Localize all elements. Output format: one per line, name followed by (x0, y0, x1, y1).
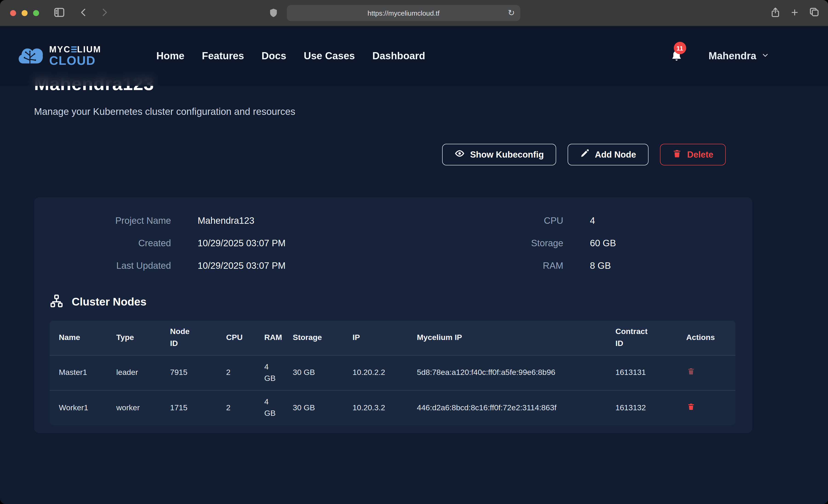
eye-icon (455, 149, 465, 161)
cell-ip: 10.20.2.2 (343, 355, 408, 390)
page-subtitle: Manage your Kubernetes cluster configura… (34, 106, 828, 117)
cell-name: Master1 (50, 355, 107, 390)
col-header-mycelium-ip: Mycelium IP (408, 321, 606, 355)
minimize-window-button[interactable] (22, 10, 28, 16)
reload-icon[interactable]: ↻ (508, 7, 515, 19)
show-kubeconfig-label: Show Kubeconfig (470, 150, 544, 160)
col-header-actions: Actions (677, 321, 735, 355)
cell-node-id: 1715 (161, 390, 217, 425)
delete-label: Delete (687, 150, 713, 160)
cluster-nodes-table: Name Type Node ID CPU RAM Storage IP Myc… (50, 321, 735, 425)
window-controls (10, 10, 39, 16)
delete-node-button[interactable] (686, 366, 696, 378)
site-navbar: MYCLIUM CLOUD Home Features Docs Use Cas… (0, 26, 828, 86)
cell-cpu: 2 (217, 390, 255, 425)
col-header-name: Name (50, 321, 107, 355)
nav-link-docs[interactable]: Docs (261, 50, 286, 62)
cell-type: leader (107, 355, 161, 390)
bell-icon (670, 56, 683, 64)
page-content: Mahendra123 Manage your Kubernetes clust… (0, 26, 828, 504)
cell-mycelium-ip: 446:d2a6:8bcd:8c16:ff0f:72e2:3114:863f (408, 390, 606, 425)
trash-icon (687, 370, 695, 377)
sidebar-toggle-icon[interactable] (53, 6, 65, 18)
user-name: Mahendra (708, 50, 756, 62)
web-page: Mahendra123 Manage your Kubernetes clust… (0, 26, 828, 504)
trash-icon (672, 149, 681, 160)
forward-icon[interactable] (99, 6, 110, 18)
back-icon[interactable] (78, 6, 89, 18)
cell-ip: 10.20.3.2 (343, 390, 408, 425)
col-header-node-id: Node ID (161, 321, 217, 355)
privacy-shield-icon[interactable] (268, 7, 279, 19)
browser-toolbar: https://myceliumcloud.tf ↻ + (0, 0, 828, 26)
trash-icon (687, 405, 695, 412)
nav-link-home[interactable]: Home (156, 50, 184, 62)
pencil-icon (580, 149, 589, 160)
cell-storage: 30 GB (284, 355, 343, 390)
cell-ram: 4 GB (255, 390, 284, 425)
cluster-info-left: Project Name Mahendra123 Created 10/29/2… (34, 215, 393, 271)
col-header-storage: Storage (284, 321, 343, 355)
address-bar[interactable]: https://myceliumcloud.tf ↻ (287, 5, 520, 21)
stylized-e-glyph (71, 46, 77, 53)
cluster-info-right: CPU 4 Storage 60 GB RAM 8 GB (393, 215, 752, 271)
cell-name: Worker1 (50, 390, 107, 425)
notification-count-badge: 11 (673, 42, 686, 54)
nav-link-use-cases[interactable]: Use Cases (304, 50, 355, 62)
cell-contract-id: 1613131 (606, 355, 677, 390)
tab-overview-icon[interactable] (808, 6, 820, 19)
delete-node-button[interactable] (686, 401, 696, 413)
table-row: Worker1 worker 1715 2 4 GB 30 GB 10.20.3… (50, 390, 735, 425)
cell-ram: 4 GB (255, 355, 284, 390)
cell-cpu: 2 (217, 355, 255, 390)
address-bar-url: https://myceliumcloud.tf (368, 9, 440, 17)
browser-window: https://myceliumcloud.tf ↻ + (0, 0, 828, 504)
cluster-info-card: Project Name Mahendra123 Created 10/29/2… (34, 197, 752, 433)
col-header-cpu: CPU (217, 321, 255, 355)
brand-wordmark: MYCLIUM CLOUD (49, 45, 101, 67)
col-header-ram: RAM (255, 321, 284, 355)
cpu-value: 4 (590, 215, 752, 226)
project-name-value: Mahendra123 (198, 215, 393, 226)
last-updated-label: Last Updated (64, 260, 171, 271)
share-icon[interactable] (770, 6, 781, 19)
col-header-contract-id: Contract ID (606, 321, 677, 355)
last-updated-value: 10/29/2025 03:07 PM (198, 260, 393, 271)
storage-value: 60 GB (590, 238, 752, 249)
notifications-button[interactable]: 11 (670, 49, 683, 63)
user-menu[interactable]: Mahendra (708, 50, 769, 62)
brand-bottom: CLOUD (49, 55, 101, 67)
created-value: 10/29/2025 03:07 PM (198, 238, 393, 249)
col-header-ip: IP (343, 321, 408, 355)
nav-link-features[interactable]: Features (202, 50, 244, 62)
created-label: Created (64, 238, 171, 249)
add-node-label: Add Node (595, 150, 636, 160)
zoom-window-button[interactable] (33, 10, 39, 16)
show-kubeconfig-button[interactable]: Show Kubeconfig (442, 144, 556, 165)
network-icon (50, 294, 64, 310)
nav-links: Home Features Docs Use Cases Dashboard (156, 50, 425, 62)
delete-cluster-button[interactable]: Delete (660, 144, 726, 165)
cell-node-id: 7915 (161, 355, 217, 390)
cell-mycelium-ip: 5d8:78ea:a120:f40c:ff0f:a5fe:99e6:8b96 (408, 355, 606, 390)
ram-value: 8 GB (590, 260, 752, 271)
brand-top-right: LIUM (77, 45, 101, 54)
brand-logo[interactable]: MYCLIUM CLOUD (17, 44, 101, 68)
project-name-label: Project Name (64, 215, 171, 226)
cluster-actions: Show Kubeconfig Add Node (34, 144, 752, 165)
mycelium-cloud-logo-icon (17, 44, 44, 68)
cell-storage: 30 GB (284, 390, 343, 425)
nav-link-dashboard[interactable]: Dashboard (372, 50, 425, 62)
cell-type: worker (107, 390, 161, 425)
col-header-type: Type (107, 321, 161, 355)
screen: https://myceliumcloud.tf ↻ + (0, 0, 828, 504)
cpu-label: CPU (430, 215, 563, 226)
ram-label: RAM (430, 260, 563, 271)
chevron-down-icon (761, 50, 769, 62)
new-tab-icon[interactable]: + (791, 6, 798, 19)
storage-label: Storage (430, 238, 563, 249)
close-window-button[interactable] (10, 10, 16, 16)
brand-top-left: MYC (49, 45, 71, 54)
cluster-nodes-title: Cluster Nodes (72, 295, 147, 308)
add-node-button[interactable]: Add Node (568, 144, 649, 165)
